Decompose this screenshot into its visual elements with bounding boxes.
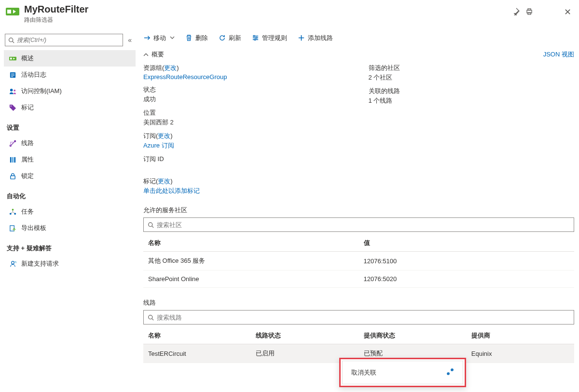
svg-point-5 — [9, 38, 13, 41]
svg-point-28 — [254, 39, 256, 41]
col-provider-status[interactable]: 提供商状态 — [359, 327, 467, 344]
manage-rules-button[interactable]: 管理规则 — [252, 34, 287, 42]
col-circuit-status[interactable]: 线路状态 — [251, 327, 358, 344]
print-icon[interactable] — [525, 8, 533, 17]
ess-tags: 标记(更改) 单击此处以添加标记 — [143, 177, 349, 195]
sidebar-section-automation: 自动化 — [4, 184, 136, 203]
svg-rect-11 — [11, 76, 13, 77]
svg-point-27 — [256, 37, 257, 39]
sidebar-item-iam[interactable]: 访问控制(IAM) — [4, 83, 136, 99]
svg-point-26 — [253, 35, 255, 37]
support-icon — [9, 260, 16, 268]
dissociate-icon — [446, 368, 454, 377]
svg-rect-7 — [10, 57, 12, 59]
essentials-panel: 资源组(更改) ExpressRouteResourceGroup 状态 成功 … — [143, 64, 574, 195]
svg-rect-9 — [11, 73, 14, 74]
iam-icon — [9, 87, 16, 95]
properties-icon — [9, 156, 16, 163]
col-value[interactable]: 值 — [359, 235, 575, 252]
route-filter-icon — [5, 4, 20, 19]
delete-button[interactable]: 删除 — [185, 34, 208, 42]
svg-rect-20 — [10, 176, 14, 179]
sidebar-item-label: 属性 — [21, 155, 34, 164]
sidebar-item-properties[interactable]: 属性 — [4, 151, 136, 168]
sidebar-item-locks[interactable]: 锁定 — [4, 168, 136, 184]
table-row[interactable]: SharePoint Online 12076:5020 — [143, 270, 574, 288]
pin-icon[interactable] — [512, 8, 520, 17]
svg-rect-17 — [10, 157, 11, 162]
circuits-search[interactable] — [143, 310, 574, 324]
svg-rect-4 — [528, 13, 531, 14]
sidebar-item-overview[interactable]: 概述 — [4, 50, 136, 67]
sidebar-search-input[interactable] — [17, 37, 120, 43]
svg-point-14 — [10, 105, 11, 106]
communities-table: 名称 值 其他 Office 365 服务 12076:5100 SharePo… — [143, 235, 574, 288]
toolbar: 移动 删除 刷新 管理规则 添加线路 — [143, 26, 574, 47]
json-view-link[interactable]: JSON 视图 — [543, 50, 574, 59]
tags-icon — [9, 104, 16, 111]
circuits-icon — [9, 139, 16, 147]
svg-rect-24 — [10, 225, 14, 230]
sidebar-item-tasks[interactable]: 任务 — [4, 203, 136, 220]
refresh-button[interactable]: 刷新 — [219, 34, 241, 42]
ess-status: 状态 成功 — [143, 85, 349, 104]
change-sub-link[interactable]: 更改 — [158, 132, 170, 139]
col-name[interactable]: 名称 — [143, 327, 251, 344]
resource-group-link[interactable]: ExpressRouteResourceGroup — [143, 73, 227, 81]
add-circuit-button[interactable]: 添加线路 — [298, 34, 333, 42]
dissociate-menu-item[interactable]: 取消关联 — [343, 361, 463, 384]
sidebar-item-label: 新建支持请求 — [21, 259, 59, 268]
page-title: MyRouteFilter — [24, 4, 512, 15]
ess-filtered-communities: 筛选的社区 2 个社区 — [369, 64, 575, 82]
chevron-down-icon — [170, 34, 175, 41]
communities-search[interactable] — [143, 217, 574, 232]
svg-point-12 — [10, 88, 13, 91]
ess-location: 位置 美国西部 2 — [143, 108, 349, 127]
sidebar-item-tags[interactable]: 标记 — [4, 99, 136, 116]
svg-rect-10 — [11, 75, 14, 75]
sidebar-section-settings: 设置 — [4, 116, 136, 135]
sidebar-item-label: 线路 — [21, 139, 34, 148]
svg-rect-19 — [14, 157, 15, 162]
svg-rect-18 — [12, 157, 14, 162]
ess-subscription: 订阅(更改) Azure 订阅 — [143, 132, 349, 150]
context-menu: 取消关联 — [339, 358, 466, 387]
activity-log-icon — [9, 71, 16, 79]
blade-header: MyRouteFilter 路由筛选器 ✕ — [0, 0, 579, 26]
sidebar-collapse-icon[interactable]: « — [128, 36, 135, 44]
subscription-link[interactable]: Azure 订阅 — [143, 142, 174, 149]
communities-title: 允许的服务社区 — [143, 206, 574, 215]
sidebar-item-label: 访问控制(IAM) — [21, 87, 62, 95]
sidebar: « 概述 活动日志 访问控制(IAM) 标记 设置 — [0, 26, 136, 391]
table-row[interactable]: 其他 Office 365 服务 12076:5100 — [143, 252, 574, 270]
overview-icon — [9, 54, 16, 62]
close-icon[interactable]: ✕ — [564, 7, 571, 17]
lock-icon — [9, 172, 16, 180]
circuits-search-input[interactable] — [157, 314, 570, 321]
sidebar-item-label: 锁定 — [21, 172, 34, 180]
change-tags-link[interactable]: 更改 — [158, 177, 170, 185]
change-rg-link[interactable]: 更改 — [164, 64, 177, 71]
sidebar-item-new-support[interactable]: 新建支持请求 — [4, 256, 136, 272]
sidebar-item-circuits[interactable]: 线路 — [4, 135, 136, 151]
content-area: 移动 删除 刷新 管理规则 添加线路 — [136, 26, 579, 391]
svg-rect-1 — [7, 10, 11, 14]
sidebar-item-activity-log[interactable]: 活动日志 — [4, 67, 136, 83]
sidebar-section-support: 支持 + 疑难解答 — [4, 236, 136, 256]
ess-subscription-id: 订阅 ID — [143, 155, 349, 172]
col-provider[interactable]: 提供商 — [467, 327, 574, 344]
essentials-toggle[interactable]: 概要 — [143, 50, 164, 59]
sidebar-search[interactable] — [5, 34, 123, 46]
svg-point-30 — [149, 315, 152, 319]
page-subtitle: 路由筛选器 — [24, 16, 512, 24]
add-tags-link[interactable]: 单击此处以添加标记 — [143, 187, 200, 194]
svg-point-29 — [149, 222, 152, 226]
svg-point-25 — [11, 261, 14, 264]
sidebar-item-label: 概述 — [21, 54, 34, 63]
communities-search-input[interactable] — [157, 221, 570, 229]
col-name[interactable]: 名称 — [143, 235, 359, 252]
sidebar-item-label: 任务 — [21, 207, 34, 216]
sidebar-item-export-template[interactable]: 导出模板 — [4, 220, 136, 236]
svg-point-21 — [12, 208, 14, 210]
move-button[interactable]: 移动 — [143, 34, 175, 42]
